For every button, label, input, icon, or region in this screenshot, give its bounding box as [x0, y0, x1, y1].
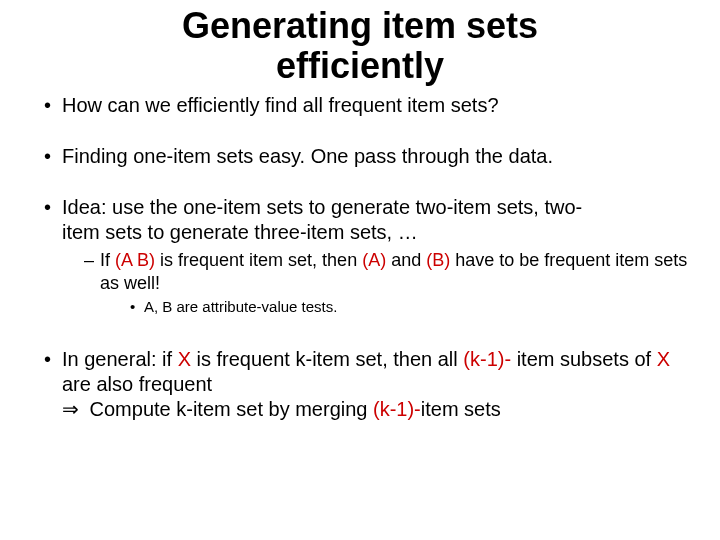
b4-f: item sets: [421, 398, 501, 420]
b3s-a: If: [100, 250, 115, 270]
b3ss-text: A, B are attribute-value tests.: [144, 298, 337, 315]
bullet-2-text: Finding one-item sets easy. One pass thr…: [62, 145, 553, 167]
bullet-3: Idea: use the one-item sets to generate …: [44, 195, 690, 317]
b3s-ab: (A B): [115, 250, 155, 270]
slide-title: Generating item sets efficiently: [30, 0, 690, 93]
bullet-4: In general: if X is frequent k-item set,…: [44, 347, 690, 422]
b3s-B: (B): [426, 250, 450, 270]
b3s-c: and: [386, 250, 426, 270]
b4-X1: X: [178, 348, 191, 370]
implies-icon: ⇒: [62, 397, 84, 422]
b4-b: is frequent k-item set, then all: [191, 348, 463, 370]
bullet-3-line-a: Idea: use the one-item sets to generate …: [62, 196, 582, 218]
bullet-3-sublist: If (A B) is frequent item set, then (A) …: [62, 249, 690, 317]
slide: Generating item sets efficiently How can…: [0, 0, 720, 540]
title-line-2: efficiently: [276, 45, 444, 86]
b4-k2: (k-1)-: [373, 398, 421, 420]
bullet-1-text: How can we efficiently find all frequent…: [62, 94, 499, 116]
b4-X2: X: [657, 348, 670, 370]
b3s-A: (A): [362, 250, 386, 270]
bullet-3-subsublist: A, B are attribute-value tests.: [100, 298, 690, 317]
b4-c: item subsets of: [511, 348, 657, 370]
bullet-3-sub: If (A B) is frequent item set, then (A) …: [84, 249, 690, 317]
bullet-3-line-b: item sets to generate three-item sets, …: [62, 221, 418, 243]
b3s-b: is frequent item set, then: [155, 250, 362, 270]
bullet-list: How can we efficiently find all frequent…: [30, 93, 690, 422]
title-line-1: Generating item sets: [182, 5, 538, 46]
b4-a: In general: if: [62, 348, 178, 370]
bullet-1: How can we efficiently find all frequent…: [44, 93, 690, 118]
b4-e: Compute k-item set by merging: [84, 398, 373, 420]
bullet-2: Finding one-item sets easy. One pass thr…: [44, 144, 690, 169]
b4-d: are also frequent: [62, 373, 212, 395]
b4-k1: (k-1)-: [463, 348, 511, 370]
bullet-3-subsub: A, B are attribute-value tests.: [130, 298, 690, 317]
